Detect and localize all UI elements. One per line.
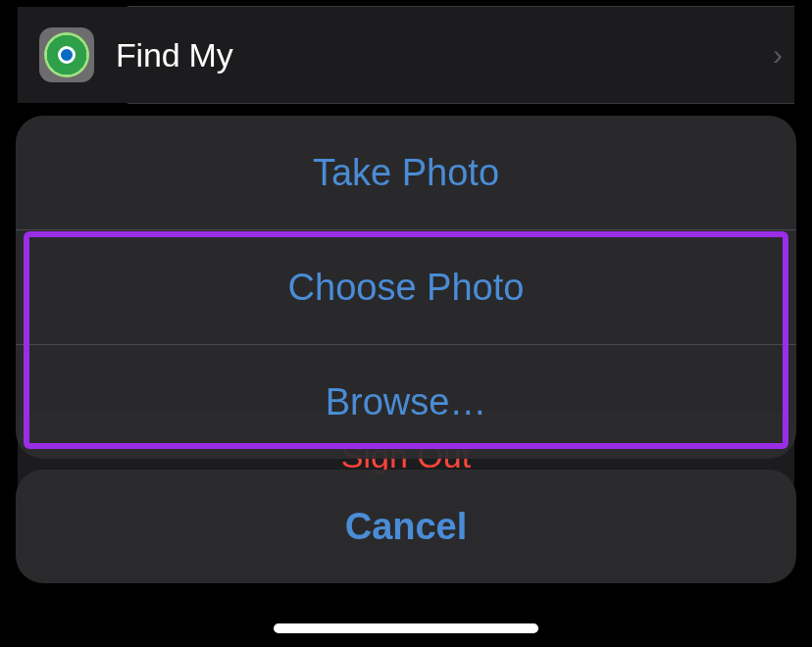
cancel-button[interactable]: Cancel <box>16 470 796 583</box>
take-photo-label: Take Photo <box>313 152 499 194</box>
cancel-label: Cancel <box>345 506 468 548</box>
choose-photo-option[interactable]: Choose Photo <box>16 230 796 344</box>
settings-row-find-my[interactable]: Find My › <box>18 7 794 103</box>
choose-photo-label: Choose Photo <box>288 267 525 309</box>
chevron-right-icon: › <box>773 38 783 72</box>
browse-label: Browse… <box>326 381 487 423</box>
list-separator <box>127 103 794 104</box>
take-photo-option[interactable]: Take Photo <box>16 116 796 229</box>
home-indicator[interactable] <box>274 623 538 633</box>
browse-option[interactable]: Browse… <box>16 345 796 459</box>
settings-row-label: Find My <box>116 36 773 75</box>
find-my-icon <box>39 27 94 82</box>
photo-source-action-sheet: Take Photo Choose Photo Browse… <box>16 116 796 459</box>
